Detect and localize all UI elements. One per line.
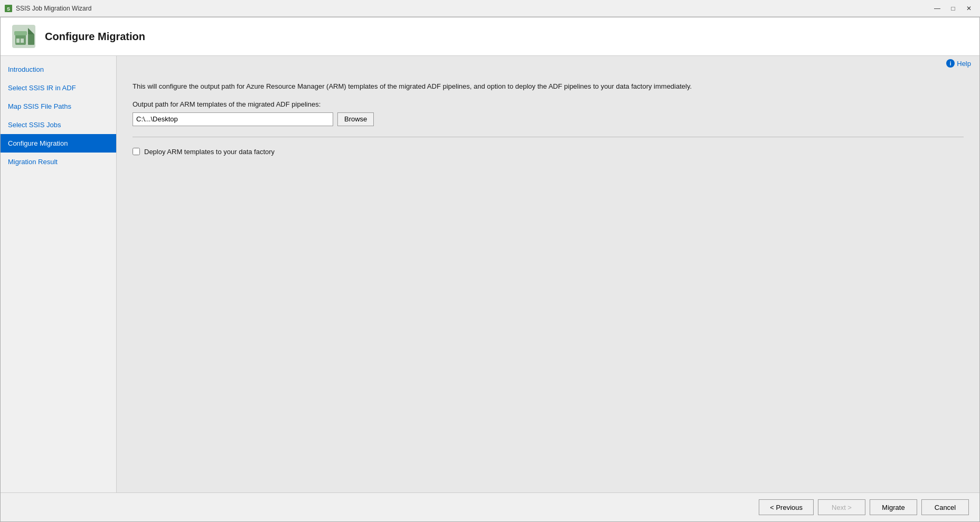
svg-rect-6 xyxy=(28,34,34,45)
panel-content: This will configure the output path for … xyxy=(117,71,979,492)
content-area: Introduction Select SSIS IR in ADF Map S… xyxy=(1,56,979,492)
help-icon: i xyxy=(946,59,955,68)
sidebar-item-select-ssis-jobs[interactable]: Select SSIS Jobs xyxy=(1,116,116,134)
help-link[interactable]: i Help xyxy=(946,59,971,68)
migrate-button[interactable]: Migrate xyxy=(870,499,917,515)
main-panel: i Help This will configure the output pa… xyxy=(117,56,979,492)
description-text: This will configure the output path for … xyxy=(133,81,964,92)
footer: < Previous Next > Migrate Cancel xyxy=(1,492,979,521)
svg-text:S: S xyxy=(7,6,10,12)
help-label: Help xyxy=(957,60,971,68)
checkbox-row: Deploy ARM templates to your data factor… xyxy=(133,148,964,156)
header: Configure Migration xyxy=(1,17,979,56)
sidebar-item-map-ssis-paths[interactable]: Map SSIS File Paths xyxy=(1,97,116,116)
titlebar-title: SSIS Job Migration Wizard xyxy=(16,5,91,12)
sidebar-item-introduction[interactable]: Introduction xyxy=(1,60,116,79)
header-icon xyxy=(11,24,36,49)
divider xyxy=(133,137,964,137)
titlebar: S SSIS Job Migration Wizard — □ ✕ xyxy=(0,0,980,17)
path-row: Browse xyxy=(133,112,964,126)
sidebar: Introduction Select SSIS IR in ADF Map S… xyxy=(1,56,117,492)
output-path-label: Output path for ARM templates of the mig… xyxy=(133,100,964,108)
titlebar-left: S SSIS Job Migration Wizard xyxy=(4,4,91,13)
close-button[interactable]: ✕ xyxy=(962,3,976,14)
app-icon: S xyxy=(4,4,13,13)
previous-button[interactable]: < Previous xyxy=(759,499,814,515)
svg-rect-8 xyxy=(21,39,24,43)
browse-button[interactable]: Browse xyxy=(337,112,374,126)
svg-rect-4 xyxy=(14,31,27,35)
minimize-button[interactable]: — xyxy=(930,3,944,14)
next-button[interactable]: Next > xyxy=(818,499,865,515)
sidebar-item-configure-migration[interactable]: Configure Migration xyxy=(1,134,116,153)
path-input[interactable] xyxy=(133,112,333,126)
sidebar-item-migration-result[interactable]: Migration Result xyxy=(1,153,116,171)
main-window: Configure Migration Introduction Select … xyxy=(0,17,980,522)
cancel-button[interactable]: Cancel xyxy=(921,499,969,515)
header-title: Configure Migration xyxy=(45,31,145,43)
svg-rect-7 xyxy=(16,39,20,43)
maximize-button[interactable]: □ xyxy=(946,3,960,14)
titlebar-controls: — □ ✕ xyxy=(930,3,976,14)
deploy-checkbox[interactable] xyxy=(133,148,140,155)
deploy-checkbox-label[interactable]: Deploy ARM templates to your data factor… xyxy=(144,148,275,156)
help-bar: i Help xyxy=(117,56,979,71)
sidebar-item-select-ssis-ir[interactable]: Select SSIS IR in ADF xyxy=(1,79,116,97)
